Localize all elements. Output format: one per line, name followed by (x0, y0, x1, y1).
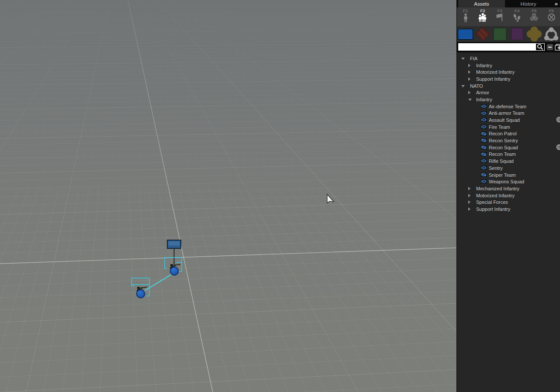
infantry-symbol-icon (481, 111, 487, 115)
tree-item-asset[interactable]: Rifle Squad (457, 158, 560, 165)
collapse-all-button[interactable] (547, 44, 553, 50)
tree-item-asset[interactable]: Anti-armor Team (457, 110, 560, 117)
faction-filter-row: F1F2F3F4F5F6 (457, 7, 560, 26)
recon-symbol-icon (481, 138, 487, 142)
faction-filter-f2[interactable]: F2 (474, 7, 491, 26)
tree-item-label: Support Infantry (457, 76, 510, 82)
symbol-filter-rectangle-friendly[interactable] (457, 29, 474, 40)
tree-group[interactable]: Armor (457, 89, 560, 96)
tree-item-asset[interactable]: Sentry (457, 165, 560, 172)
chevron-down-icon[interactable] (468, 99, 472, 101)
square-civilian-icon (511, 28, 523, 40)
recon-symbol-icon (481, 152, 487, 156)
symbol-filter-quatrefoil-unknown[interactable] (525, 26, 543, 42)
tab-assets[interactable]: Assets (458, 0, 505, 7)
tree-item-asset[interactable]: Fire Team (457, 124, 560, 131)
tree-item-asset[interactable]: Recon Squad (457, 144, 560, 151)
minus-icon (548, 47, 552, 48)
tree-group[interactable]: Infantry (457, 62, 560, 69)
search-box (458, 43, 545, 51)
faction-filter-label: F2 (480, 8, 485, 13)
people-group-icon (478, 13, 487, 23)
footprints-icon (513, 13, 521, 23)
tree-item-label: Motorized Infantry (457, 69, 515, 75)
tree-item-label: Support Infantry (457, 206, 510, 212)
tree-item-asset[interactable]: Recon Patrol (457, 131, 560, 138)
tab-overflow-chevron-icon[interactable]: » (553, 0, 560, 7)
diamond-hostile-icon (475, 27, 490, 41)
faction-filter-label: F6 (549, 8, 554, 13)
tree-item-asset[interactable]: Weapons Squad (457, 178, 560, 185)
add-layers-button[interactable] (554, 44, 560, 51)
tree-item-label: Mechanized Infantry (457, 186, 519, 191)
chevron-right-icon[interactable] (468, 200, 470, 204)
faction-filter-f5[interactable]: F5 (525, 7, 543, 26)
infantry-symbol-icon (481, 159, 487, 163)
tree-group[interactable]: Motorized Infantry (457, 192, 560, 199)
3d-viewport[interactable] (0, 0, 456, 392)
tree-group[interactable]: Support Infantry (457, 206, 560, 213)
flag-icon (496, 13, 504, 21)
tree-item-label: Infantry (457, 63, 492, 68)
tree-item-asset[interactable]: Air-defense Team (457, 103, 560, 110)
chevron-down-icon[interactable] (461, 85, 465, 87)
spheres-none-icon (543, 27, 560, 42)
symbol-filter-spheres-none[interactable] (543, 27, 560, 42)
tree-group[interactable]: Support Infantry (457, 76, 560, 83)
tree-item-label: Armor (457, 90, 489, 95)
faction-filter-f6[interactable]: F6 (543, 7, 560, 26)
chevron-right-icon[interactable] (468, 187, 470, 190)
tree-item-asset[interactable]: Recon Sentry (457, 137, 560, 144)
faction-filter-f1[interactable]: F1 (457, 7, 474, 26)
tree-item-label: Assault Squad (457, 117, 520, 123)
chevron-right-icon[interactable] (468, 77, 470, 81)
tree-group[interactable]: NATO (457, 83, 560, 89)
cubes-icon (530, 13, 538, 21)
symbol-filter-square-neutral[interactable] (491, 28, 508, 41)
unit-marker-circle (170, 267, 179, 275)
tree-item-label: Recon Squad (457, 145, 518, 150)
faction-filter-label: F5 (532, 8, 536, 13)
tree-item-label: FIA (457, 56, 477, 61)
faction-filter-f4[interactable]: F4 (508, 7, 525, 26)
tree-item-label: Weapons Squad (457, 179, 524, 184)
chevron-right-icon[interactable] (468, 91, 470, 94)
rectangle-friendly-icon (458, 29, 473, 40)
distance-fog (0, 0, 456, 392)
chevron-right-icon[interactable] (468, 207, 470, 211)
globe-badge-icon (556, 117, 560, 123)
tree-group[interactable]: Infantry (457, 96, 560, 103)
tree-item-asset[interactable]: Sniper Team (457, 172, 560, 179)
search-input[interactable] (459, 44, 536, 50)
tree-group[interactable]: Mechanized Infantry (457, 185, 560, 192)
chevron-down-icon[interactable] (461, 58, 465, 60)
infantry-symbol-icon (481, 118, 487, 122)
faction-filter-f3[interactable]: F3 (491, 7, 508, 26)
chevron-right-icon[interactable] (468, 194, 470, 197)
symbol-filter-diamond-hostile[interactable] (474, 27, 491, 41)
scenario-editor-window: Assets History » F1F2F3F4F5F6 (0, 0, 560, 392)
tab-history[interactable]: History (505, 0, 552, 7)
asset-browser-panel: Assets History » F1F2F3F4F5F6 (456, 0, 560, 392)
search-icon (537, 44, 543, 50)
unit-marker-circle (137, 290, 145, 298)
crossed-circle-icon (547, 13, 556, 21)
tree-group[interactable]: FIA (457, 55, 560, 62)
chevron-right-icon[interactable] (468, 70, 470, 74)
recon-symbol-icon (481, 145, 487, 149)
tree-item-asset[interactable]: Assault Squad (457, 117, 560, 124)
tree-item-label: Recon Sentry (457, 138, 518, 143)
search-button[interactable] (536, 44, 544, 50)
person-icon (462, 13, 469, 23)
chevron-right-icon[interactable] (468, 64, 470, 67)
symbol-filter-square-civilian[interactable] (508, 28, 525, 40)
tree-group[interactable]: Special Forces (457, 199, 560, 206)
tree-item-asset[interactable]: Recon Team (457, 151, 560, 158)
infantry-symbol-icon (481, 166, 487, 170)
faction-filter-label: F1 (463, 8, 468, 13)
tree-group[interactable]: Motorized Infantry (457, 69, 560, 76)
tree-item-label: Special Forces (457, 199, 508, 205)
tree-item-label: Recon Patrol (457, 131, 517, 136)
tree-item-label: NATO (457, 83, 483, 89)
tree-item-label: Infantry (457, 97, 492, 102)
